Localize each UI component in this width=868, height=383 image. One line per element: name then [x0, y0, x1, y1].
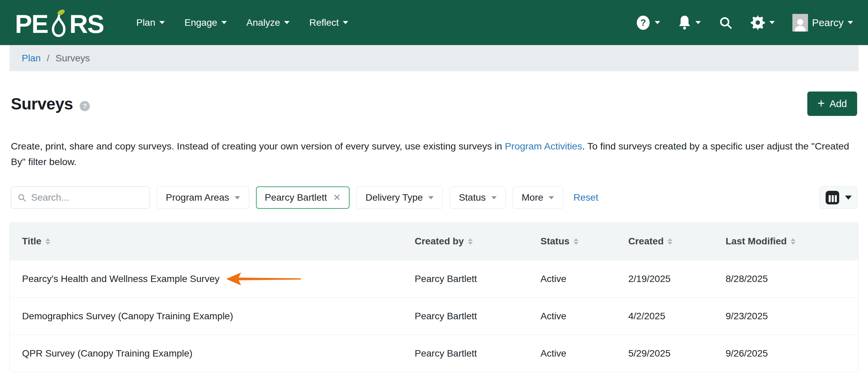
status-cell: Active	[528, 311, 616, 322]
gear-icon	[750, 15, 765, 30]
page-title: Surveys	[11, 95, 73, 113]
breadcrumb-current: Surveys	[56, 53, 90, 64]
nav-item-engage[interactable]: Engage	[184, 17, 227, 28]
surveys-table: Title Created by Status Created Last Mod…	[9, 222, 859, 372]
nav-item-plan[interactable]: Plan	[136, 17, 165, 28]
created-by-active-filter[interactable]: Pearcy Bartlett ✕	[256, 186, 350, 209]
chevron-down-icon	[491, 196, 497, 199]
more-filter[interactable]: More	[513, 186, 564, 209]
navbar-actions: ?	[636, 14, 853, 32]
filter-chip-label: Pearcy Bartlett	[265, 192, 327, 203]
bell-icon	[678, 15, 691, 31]
last-modified-cell: 9/26/2025	[713, 348, 858, 359]
filter-label: Program Areas	[166, 192, 229, 203]
chevron-down-icon	[343, 21, 348, 24]
created-by-cell: Pearcy Bartlett	[402, 274, 528, 284]
survey-title-link[interactable]: Pearcy's Health and Wellness Example Sur…	[22, 274, 219, 284]
survey-title-link[interactable]: QPR Survey (Canopy Training Example)	[22, 348, 193, 359]
created-cell: 5/29/2025	[616, 348, 713, 359]
nav-item-label: Reflect	[309, 17, 339, 28]
status-filter[interactable]: Status	[450, 186, 506, 209]
breadcrumb-separator: /	[47, 53, 50, 64]
created-cell: 4/2/2025	[616, 311, 713, 322]
chevron-down-icon	[235, 196, 240, 199]
chevron-down-icon	[159, 21, 165, 24]
table-row: QPR Survey (Canopy Training Example) Pea…	[10, 335, 858, 372]
column-header-label: Title	[22, 236, 41, 247]
search-input[interactable]	[31, 192, 143, 203]
breadcrumb-link-plan[interactable]: Plan	[22, 53, 41, 64]
last-modified-cell: 9/23/2025	[713, 311, 858, 322]
notifications-menu[interactable]	[678, 15, 701, 31]
description-text: Create, print, share and copy surveys. I…	[11, 141, 505, 152]
survey-title-link[interactable]: Demographics Survey (Canopy Training Exa…	[22, 311, 233, 322]
column-selector-button[interactable]	[819, 186, 857, 209]
settings-menu[interactable]	[750, 15, 775, 30]
username-label: Pearcy	[812, 17, 844, 28]
breadcrumb: Plan / Surveys	[9, 45, 859, 71]
status-cell: Active	[528, 274, 616, 284]
column-header-created-by[interactable]: Created by	[402, 236, 528, 247]
logo-text-right: RS	[69, 11, 104, 37]
sort-icon[interactable]	[791, 238, 795, 245]
column-header-label: Status	[540, 236, 570, 247]
status-cell: Active	[528, 348, 616, 359]
plus-icon: +	[817, 97, 825, 109]
created-cell: 2/19/2025	[616, 274, 713, 284]
table-body: Pearcy's Health and Wellness Example Sur…	[10, 260, 858, 372]
remove-filter-icon[interactable]: ✕	[333, 193, 341, 202]
title-help-icon[interactable]: ?	[80, 101, 90, 111]
sort-icon[interactable]	[45, 238, 50, 245]
reset-filters-link[interactable]: Reset	[573, 192, 598, 203]
sort-icon[interactable]	[668, 238, 672, 245]
delivery-type-filter[interactable]: Delivery Type	[356, 186, 443, 209]
column-header-status[interactable]: Status	[528, 236, 616, 247]
help-menu[interactable]: ?	[636, 15, 660, 30]
chevron-down-icon	[549, 196, 554, 199]
nav-item-reflect[interactable]: Reflect	[309, 17, 348, 28]
page-description: Create, print, share and copy surveys. I…	[11, 138, 857, 169]
avatar	[792, 14, 808, 32]
table-header-row: Title Created by Status Created Last Mod…	[10, 223, 858, 260]
main-content: Surveys ? + Add Create, print, share and…	[0, 92, 868, 209]
nav-item-label: Engage	[184, 17, 217, 28]
column-header-created[interactable]: Created	[616, 236, 713, 247]
add-button-label: Add	[829, 98, 847, 109]
search-icon	[17, 193, 26, 203]
user-menu[interactable]: Pearcy	[792, 14, 853, 32]
sort-icon[interactable]	[468, 238, 473, 245]
annotation-arrow-icon	[225, 271, 302, 286]
chevron-down-icon	[428, 196, 434, 199]
sort-icon[interactable]	[574, 238, 578, 245]
table-row: Demographics Survey (Canopy Training Exa…	[10, 297, 858, 335]
top-navbar: PE RS Plan Engage Analyze Reflect	[0, 0, 868, 45]
search-box	[11, 186, 150, 209]
main-nav: Plan Engage Analyze Reflect	[136, 17, 348, 28]
program-activities-link[interactable]: Program Activities	[505, 141, 582, 152]
logo-text-left: PE	[15, 11, 48, 37]
filter-label: Delivery Type	[366, 192, 423, 203]
nav-item-label: Plan	[136, 17, 155, 28]
filter-label: Status	[459, 192, 486, 203]
chevron-down-icon	[695, 21, 701, 24]
nav-item-analyze[interactable]: Analyze	[246, 17, 290, 28]
created-by-cell: Pearcy Bartlett	[402, 311, 528, 322]
chevron-down-icon	[845, 196, 852, 200]
search-icon	[718, 16, 733, 30]
pears-logo[interactable]: PE RS	[15, 8, 104, 37]
program-areas-filter[interactable]: Program Areas	[157, 186, 249, 209]
help-icon: ?	[636, 15, 651, 30]
chevron-down-icon	[655, 21, 660, 24]
svg-text:?: ?	[640, 18, 646, 28]
created-by-cell: Pearcy Bartlett	[402, 348, 528, 359]
search-toggle[interactable]	[718, 16, 733, 30]
title-row: Surveys ? + Add	[11, 92, 857, 116]
pear-icon	[49, 8, 68, 37]
chevron-down-icon	[221, 21, 227, 24]
table-columns-icon	[825, 190, 840, 205]
column-header-label: Created	[628, 236, 664, 247]
column-header-last-modified[interactable]: Last Modified	[713, 236, 858, 247]
add-button[interactable]: + Add	[807, 92, 857, 116]
chevron-down-icon	[848, 21, 853, 24]
column-header-title[interactable]: Title	[10, 236, 402, 247]
